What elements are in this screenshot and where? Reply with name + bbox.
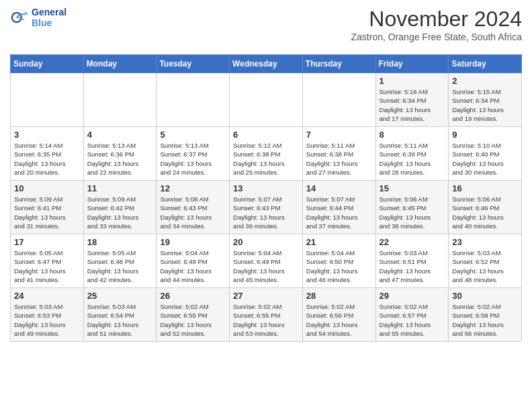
logo-line1: General bbox=[32, 7, 66, 17]
day-info: Sunrise: 5:11 AM Sunset: 6:38 PM Dayligh… bbox=[306, 141, 372, 177]
day-number: 21 bbox=[306, 237, 372, 247]
calendar-cell: 19Sunrise: 5:04 AM Sunset: 6:49 PM Dayli… bbox=[157, 234, 230, 288]
calendar-cell: 15Sunrise: 5:06 AM Sunset: 6:45 PM Dayli… bbox=[375, 181, 449, 234]
calendar-cell: 27Sunrise: 5:02 AM Sunset: 6:55 PM Dayli… bbox=[230, 288, 303, 342]
calendar-table: SundayMondayTuesdayWednesdayThursdayFrid… bbox=[10, 54, 522, 342]
weekday-header-thursday: Thursday bbox=[302, 55, 375, 73]
day-number: 10 bbox=[14, 183, 80, 193]
day-info: Sunrise: 5:04 AM Sunset: 6:50 PM Dayligh… bbox=[306, 248, 372, 284]
calendar-cell bbox=[230, 73, 303, 127]
day-info: Sunrise: 5:02 AM Sunset: 6:57 PM Dayligh… bbox=[380, 302, 445, 338]
day-number: 1 bbox=[380, 76, 445, 86]
day-number: 24 bbox=[14, 291, 80, 301]
day-number: 4 bbox=[87, 130, 153, 140]
day-info: Sunrise: 5:13 AM Sunset: 6:37 PM Dayligh… bbox=[160, 141, 226, 177]
day-number: 3 bbox=[14, 130, 80, 140]
month-title: November 2024 bbox=[351, 7, 522, 32]
calendar-cell: 1Sunrise: 5:16 AM Sunset: 6:34 PM Daylig… bbox=[375, 73, 449, 127]
weekday-header-sunday: Sunday bbox=[11, 55, 84, 73]
calendar-cell: 10Sunrise: 5:09 AM Sunset: 6:41 PM Dayli… bbox=[11, 181, 84, 234]
weekday-header-friday: Friday bbox=[375, 55, 449, 73]
calendar-cell: 13Sunrise: 5:07 AM Sunset: 6:43 PM Dayli… bbox=[230, 181, 303, 234]
calendar-cell: 28Sunrise: 5:02 AM Sunset: 6:56 PM Dayli… bbox=[302, 288, 375, 342]
day-info: Sunrise: 5:06 AM Sunset: 6:45 PM Dayligh… bbox=[380, 195, 445, 230]
day-number: 2 bbox=[452, 76, 518, 86]
day-number: 5 bbox=[160, 130, 226, 140]
day-number: 6 bbox=[233, 130, 299, 140]
calendar-cell bbox=[11, 73, 84, 127]
day-number: 19 bbox=[160, 237, 226, 247]
calendar-cell: 18Sunrise: 5:05 AM Sunset: 6:48 PM Dayli… bbox=[83, 234, 157, 288]
day-number: 30 bbox=[452, 291, 518, 301]
weekday-header-tuesday: Tuesday bbox=[157, 55, 230, 73]
day-number: 27 bbox=[233, 291, 299, 301]
day-info: Sunrise: 5:03 AM Sunset: 6:51 PM Dayligh… bbox=[380, 248, 445, 284]
day-number: 9 bbox=[452, 130, 518, 140]
day-info: Sunrise: 5:08 AM Sunset: 6:43 PM Dayligh… bbox=[160, 195, 226, 230]
day-info: Sunrise: 5:02 AM Sunset: 6:58 PM Dayligh… bbox=[452, 302, 518, 338]
calendar-week-1: 1Sunrise: 5:16 AM Sunset: 6:34 PM Daylig… bbox=[11, 73, 522, 127]
day-number: 23 bbox=[452, 237, 518, 247]
calendar-cell: 3Sunrise: 5:14 AM Sunset: 6:35 PM Daylig… bbox=[11, 127, 84, 181]
calendar-week-5: 24Sunrise: 5:03 AM Sunset: 6:53 PM Dayli… bbox=[11, 288, 522, 342]
day-info: Sunrise: 5:05 AM Sunset: 6:47 PM Dayligh… bbox=[14, 248, 80, 284]
calendar-cell: 2Sunrise: 5:15 AM Sunset: 6:34 PM Daylig… bbox=[449, 73, 522, 127]
day-number: 22 bbox=[380, 237, 445, 247]
day-number: 16 bbox=[452, 183, 518, 193]
day-number: 17 bbox=[14, 237, 80, 247]
calendar-cell: 24Sunrise: 5:03 AM Sunset: 6:53 PM Dayli… bbox=[11, 288, 84, 342]
day-number: 20 bbox=[233, 237, 299, 247]
day-info: Sunrise: 5:02 AM Sunset: 6:55 PM Dayligh… bbox=[160, 302, 226, 338]
day-number: 29 bbox=[380, 291, 445, 301]
logo: General Blue bbox=[10, 7, 66, 28]
location: Zastron, Orange Free State, South Africa bbox=[351, 32, 522, 42]
day-number: 11 bbox=[87, 183, 153, 193]
day-number: 15 bbox=[380, 183, 445, 193]
day-number: 18 bbox=[87, 237, 153, 247]
logo-line2: Blue bbox=[32, 17, 66, 28]
calendar-cell: 4Sunrise: 5:13 AM Sunset: 6:36 PM Daylig… bbox=[83, 127, 157, 181]
day-number: 28 bbox=[306, 291, 372, 301]
calendar-cell: 9Sunrise: 5:10 AM Sunset: 6:40 PM Daylig… bbox=[449, 127, 522, 181]
day-number: 14 bbox=[306, 183, 372, 193]
calendar-cell: 5Sunrise: 5:13 AM Sunset: 6:37 PM Daylig… bbox=[157, 127, 230, 181]
day-info: Sunrise: 5:16 AM Sunset: 6:34 PM Dayligh… bbox=[380, 87, 445, 123]
logo-icon bbox=[10, 8, 29, 27]
weekday-header-wednesday: Wednesday bbox=[230, 55, 303, 73]
calendar-cell: 14Sunrise: 5:07 AM Sunset: 6:44 PM Dayli… bbox=[302, 181, 375, 234]
calendar-week-2: 3Sunrise: 5:14 AM Sunset: 6:35 PM Daylig… bbox=[11, 127, 522, 181]
calendar-cell: 7Sunrise: 5:11 AM Sunset: 6:38 PM Daylig… bbox=[302, 127, 375, 181]
calendar-cell: 8Sunrise: 5:11 AM Sunset: 6:39 PM Daylig… bbox=[375, 127, 449, 181]
day-info: Sunrise: 5:10 AM Sunset: 6:40 PM Dayligh… bbox=[452, 141, 518, 177]
calendar-cell: 20Sunrise: 5:04 AM Sunset: 6:49 PM Dayli… bbox=[230, 234, 303, 288]
weekday-header-saturday: Saturday bbox=[449, 55, 522, 73]
day-number: 25 bbox=[87, 291, 153, 301]
day-number: 26 bbox=[160, 291, 226, 301]
calendar-cell: 6Sunrise: 5:12 AM Sunset: 6:38 PM Daylig… bbox=[230, 127, 303, 181]
calendar-cell: 26Sunrise: 5:02 AM Sunset: 6:55 PM Dayli… bbox=[157, 288, 230, 342]
calendar-cell: 21Sunrise: 5:04 AM Sunset: 6:50 PM Dayli… bbox=[302, 234, 375, 288]
day-info: Sunrise: 5:09 AM Sunset: 6:41 PM Dayligh… bbox=[14, 195, 80, 230]
day-info: Sunrise: 5:04 AM Sunset: 6:49 PM Dayligh… bbox=[233, 248, 299, 284]
day-info: Sunrise: 5:09 AM Sunset: 6:42 PM Dayligh… bbox=[87, 195, 153, 230]
day-info: Sunrise: 5:14 AM Sunset: 6:35 PM Dayligh… bbox=[14, 141, 80, 177]
calendar-cell: 23Sunrise: 5:03 AM Sunset: 6:52 PM Dayli… bbox=[449, 234, 522, 288]
day-info: Sunrise: 5:15 AM Sunset: 6:34 PM Dayligh… bbox=[452, 87, 518, 123]
day-info: Sunrise: 5:05 AM Sunset: 6:48 PM Dayligh… bbox=[87, 248, 153, 284]
day-info: Sunrise: 5:02 AM Sunset: 6:55 PM Dayligh… bbox=[233, 302, 299, 338]
weekday-header-monday: Monday bbox=[83, 55, 157, 73]
day-info: Sunrise: 5:11 AM Sunset: 6:39 PM Dayligh… bbox=[380, 141, 445, 177]
title-section: November 2024 Zastron, Orange Free State… bbox=[351, 7, 522, 48]
day-number: 12 bbox=[160, 183, 226, 193]
day-info: Sunrise: 5:04 AM Sunset: 6:49 PM Dayligh… bbox=[160, 248, 226, 284]
day-info: Sunrise: 5:13 AM Sunset: 6:36 PM Dayligh… bbox=[87, 141, 153, 177]
calendar-cell: 30Sunrise: 5:02 AM Sunset: 6:58 PM Dayli… bbox=[449, 288, 522, 342]
calendar-week-3: 10Sunrise: 5:09 AM Sunset: 6:41 PM Dayli… bbox=[11, 181, 522, 234]
day-info: Sunrise: 5:12 AM Sunset: 6:38 PM Dayligh… bbox=[233, 141, 299, 177]
calendar-cell bbox=[157, 73, 230, 127]
page-container: General Blue November 2024 Zastron, Oran… bbox=[0, 0, 532, 352]
calendar-cell: 25Sunrise: 5:03 AM Sunset: 6:54 PM Dayli… bbox=[83, 288, 157, 342]
day-number: 8 bbox=[380, 130, 445, 140]
calendar-cell: 29Sunrise: 5:02 AM Sunset: 6:57 PM Dayli… bbox=[375, 288, 449, 342]
calendar-cell: 16Sunrise: 5:06 AM Sunset: 6:46 PM Dayli… bbox=[449, 181, 522, 234]
